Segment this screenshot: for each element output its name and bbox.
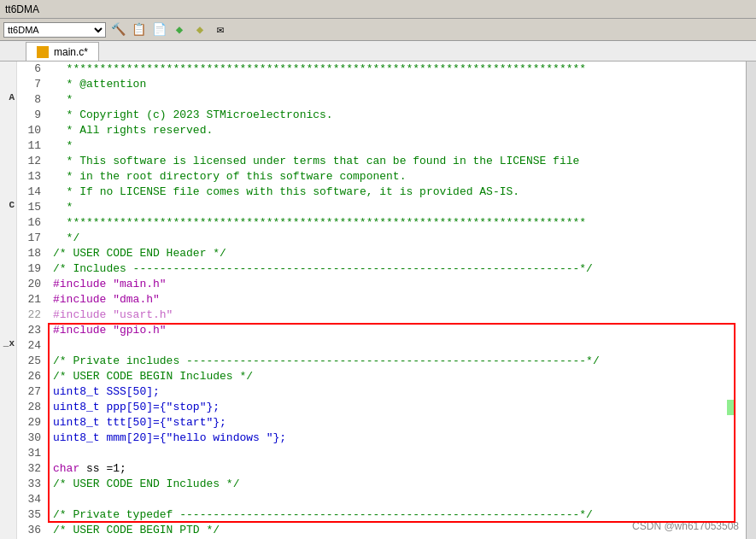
line-number: 13 xyxy=(17,169,48,185)
table-row: 28 uint8_t ppp[50]={"stop"}; xyxy=(17,400,746,415)
line-content: /* Private includes --------------------… xyxy=(48,354,746,369)
table-row: 30 uint8_t mmm[20]={"hello windows "}; xyxy=(17,431,746,446)
tab-label: main.c* xyxy=(54,46,88,58)
line-content: #include "main.h" xyxy=(48,277,746,292)
line-number: 6 xyxy=(17,62,48,77)
line-content xyxy=(48,446,746,461)
line-number: 21 xyxy=(17,292,48,308)
table-row: 13 * in the root directory of this softw… xyxy=(17,169,746,185)
line-content: * xyxy=(48,138,746,154)
table-row: 21 #include "dma.h" xyxy=(17,292,746,308)
tab-file-icon xyxy=(37,46,49,58)
line-content: ****************************************… xyxy=(48,215,746,231)
table-row: 26 /* USER CODE BEGIN Includes */ xyxy=(17,369,746,384)
toolbar-icon-2[interactable]: 📋 xyxy=(130,21,147,38)
line-number: 29 xyxy=(17,415,48,431)
toolbar: tt6DMA 🔨 📋 📄 ◆ ◆ ✉ xyxy=(0,19,756,41)
toolbar-icon-3[interactable]: 📄 xyxy=(150,21,167,38)
code-container: 6 **************************************… xyxy=(17,62,746,539)
line-number: 36 xyxy=(17,523,48,538)
line-number: 10 xyxy=(17,123,48,138)
line-content: * All rights reserved. xyxy=(48,123,746,138)
table-row: 34 xyxy=(17,492,746,507)
table-row: 22 #include "usart.h" xyxy=(17,308,746,323)
line-content xyxy=(48,492,746,507)
tab-main-c[interactable]: main.c* xyxy=(26,42,99,61)
line-number: 15 xyxy=(17,200,48,215)
line-content: * xyxy=(48,92,746,108)
toolbar-icon-1[interactable]: 🔨 xyxy=(109,21,126,38)
line-number: 25 xyxy=(17,354,48,369)
title-text: tt6DMA xyxy=(5,3,39,15)
table-row: 9 * Copyright (c) 2023 STMicroelectronic… xyxy=(17,108,746,123)
line-number: 18 xyxy=(17,246,48,261)
margin-label-x: _x xyxy=(3,338,15,349)
project-combo[interactable]: tt6DMA xyxy=(3,22,106,38)
line-number: 8 xyxy=(17,92,48,108)
table-row: 31 xyxy=(17,446,746,461)
line-number: 31 xyxy=(17,446,48,461)
line-number: 11 xyxy=(17,138,48,154)
line-content: /* USER CODE END Header */ xyxy=(48,246,746,261)
line-number: 35 xyxy=(17,507,48,523)
table-row: 12 * This software is licensed under ter… xyxy=(17,154,746,169)
line-number: 14 xyxy=(17,185,48,200)
line-content: /* Includes ----------------------------… xyxy=(48,261,746,277)
line-number: 23 xyxy=(17,323,48,338)
table-row: 10 * All rights reserved. xyxy=(17,123,746,138)
table-row: 32 char ss =1; xyxy=(17,461,746,477)
line-content: uint8_t SSS[50]; xyxy=(48,384,746,400)
toolbar-icon-4[interactable]: ◆ xyxy=(171,21,188,38)
title-bar: tt6DMA xyxy=(0,0,756,19)
line-content: * @attention xyxy=(48,77,746,92)
line-content: uint8_t mmm[20]={"hello windows "}; xyxy=(48,431,746,446)
table-row: 24 xyxy=(17,338,746,354)
line-number: 20 xyxy=(17,277,48,292)
line-number: 30 xyxy=(17,431,48,446)
line-number: 34 xyxy=(17,492,48,507)
line-content: /* USER CODE BEGIN Includes */ xyxy=(48,369,746,384)
table-row: 14 * If no LICENSE file comes with this … xyxy=(17,185,746,200)
line-number: 26 xyxy=(17,369,48,384)
tab-bar: main.c* xyxy=(0,41,756,62)
table-row: 8 * xyxy=(17,92,746,108)
line-number: 33 xyxy=(17,477,48,492)
table-row: 17 */ xyxy=(17,231,746,246)
line-number: 32 xyxy=(17,461,48,477)
left-margin: A C _x xyxy=(0,62,17,539)
table-row: 20 #include "main.h" xyxy=(17,277,746,292)
code-wrapper: 6 **************************************… xyxy=(17,62,746,539)
line-number: 19 xyxy=(17,261,48,277)
table-row: 27 uint8_t SSS[50]; xyxy=(17,384,746,400)
line-number: 27 xyxy=(17,384,48,400)
code-lines: 6 **************************************… xyxy=(17,62,746,539)
table-row: 23 #include "gpio.h" xyxy=(17,323,746,338)
scrollbar-vertical[interactable] xyxy=(746,62,756,539)
table-row: 7 * @attention xyxy=(17,77,746,92)
main-area: A C _x 6 *******************************… xyxy=(0,62,756,539)
table-row: 33 /* USER CODE END Includes */ xyxy=(17,477,746,492)
table-row: 6 **************************************… xyxy=(17,62,746,77)
line-content xyxy=(48,338,746,354)
line-number: 7 xyxy=(17,77,48,92)
line-content: * If no LICENSE file comes with this sof… xyxy=(48,185,746,200)
line-number: 17 xyxy=(17,231,48,246)
line-number: 16 xyxy=(17,215,48,231)
table-row: 25 /* Private includes -----------------… xyxy=(17,354,746,369)
line-number: 12 xyxy=(17,154,48,169)
line-number: 28 xyxy=(17,400,48,415)
line-number: 22 xyxy=(17,308,48,323)
toolbar-icon-6[interactable]: ✉ xyxy=(212,21,229,38)
margin-label-c: C xyxy=(9,200,15,210)
table-row: 18 /* USER CODE END Header */ xyxy=(17,246,746,261)
line-content: uint8_t ppp[50]={"stop"}; xyxy=(48,400,746,415)
table-row: 29 uint8_t ttt[50]={"start"}; xyxy=(17,415,746,431)
line-content: #include "gpio.h" xyxy=(48,323,746,338)
line-number: 9 xyxy=(17,108,48,123)
line-content: #include "dma.h" xyxy=(48,292,746,308)
toolbar-icon-5[interactable]: ◆ xyxy=(191,21,208,38)
table-row: 11 * xyxy=(17,138,746,154)
watermark: CSDN @wh617053508 xyxy=(632,520,739,532)
green-sidebar xyxy=(727,400,734,415)
margin-label-a: A xyxy=(9,92,15,103)
